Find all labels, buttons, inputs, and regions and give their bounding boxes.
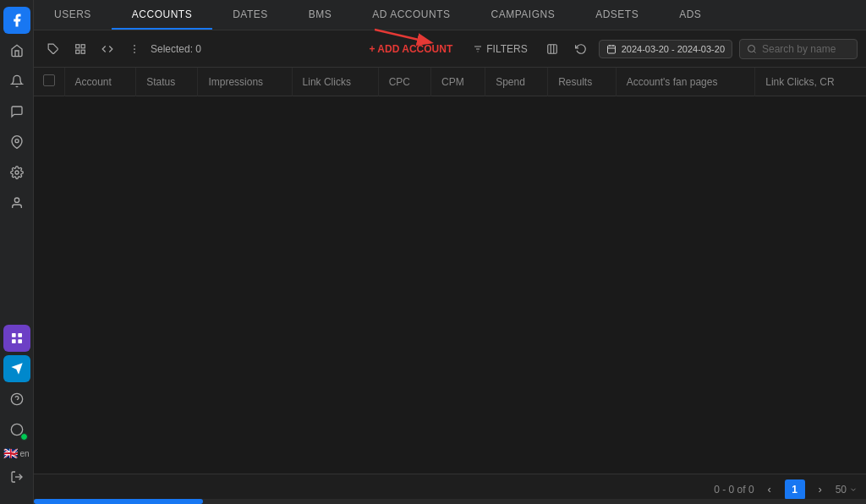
- main-content: USERS ACCOUNTS DATES BMS AD ACCOUNTS CAM…: [34, 0, 866, 504]
- scrollbar-thumb[interactable]: [34, 499, 203, 504]
- bell-icon[interactable]: [3, 68, 30, 95]
- tab-adsets[interactable]: ADSETS: [575, 0, 659, 30]
- tab-ad-accounts[interactable]: AD ACCOUNTS: [352, 0, 470, 30]
- svg-rect-14: [76, 50, 79, 53]
- accounts-table-container: Account Status Impressions Link Clicks C…: [34, 68, 866, 474]
- tab-campaigns[interactable]: CAMPAIGNS: [471, 0, 576, 30]
- svg-rect-4: [18, 333, 22, 337]
- toolbar-left: Selected: 0: [42, 38, 355, 60]
- facebook-icon[interactable]: [3, 7, 30, 34]
- select-all-checkbox[interactable]: [43, 74, 55, 86]
- tab-bms[interactable]: BMS: [288, 0, 353, 30]
- header-link-clicks: Link Clicks: [292, 68, 378, 96]
- pagination: 0 - 0 of 0 ‹ 1 › 50: [714, 479, 866, 500]
- svg-point-31: [748, 45, 755, 52]
- search-box[interactable]: Search by name: [739, 39, 858, 59]
- add-account-label: + ADD ACCOUNT: [369, 43, 452, 55]
- svg-rect-24: [547, 44, 556, 53]
- prev-page-button[interactable]: ‹: [759, 479, 780, 500]
- chevron-down-icon: [849, 485, 858, 494]
- search-icon: [747, 44, 757, 54]
- tab-ads[interactable]: ADS: [659, 0, 721, 30]
- toolbar-right: + ADD ACCOUNT FILTERS 2024-03-20 - 2024-…: [362, 38, 858, 60]
- header-status: Status: [136, 68, 198, 96]
- page-info: 0 - 0 of 0: [714, 484, 754, 496]
- help-icon[interactable]: [3, 386, 30, 413]
- calendar-icon: [606, 44, 617, 54]
- tab-users[interactable]: USERS: [34, 0, 112, 30]
- toolbar: Selected: 0 + ADD ACCOUNT: [34, 30, 866, 68]
- search-placeholder: Search by name: [762, 43, 836, 55]
- current-page[interactable]: 1: [785, 479, 805, 500]
- pin-icon[interactable]: [3, 129, 30, 156]
- sidebar: 🇬🇧 en: [0, 0, 34, 504]
- svg-rect-13: [81, 44, 85, 47]
- telegram-icon[interactable]: [3, 355, 30, 382]
- more-icon[interactable]: [123, 38, 145, 60]
- accounts-table: Account Status Impressions Link Clicks C…: [34, 68, 866, 96]
- add-account-wrapper: + ADD ACCOUNT: [362, 40, 459, 58]
- svg-point-16: [134, 45, 135, 47]
- chat-icon[interactable]: [3, 98, 30, 125]
- svg-point-1: [15, 171, 19, 174]
- columns-toggle-icon[interactable]: [541, 38, 563, 60]
- svg-point-17: [134, 48, 135, 50]
- filter-icon: [473, 44, 483, 54]
- svg-rect-15: [81, 50, 85, 53]
- svg-line-20: [375, 30, 430, 42]
- purple-app-icon[interactable]: [3, 325, 30, 352]
- selected-count: Selected: 0: [151, 43, 201, 55]
- date-range-picker[interactable]: 2024-03-20 - 2024-03-20: [599, 40, 732, 58]
- per-page-value: 50: [836, 484, 847, 496]
- header-spend: Spend: [485, 68, 548, 96]
- add-account-button[interactable]: + ADD ACCOUNT: [362, 40, 459, 58]
- header-account: Account: [64, 68, 136, 96]
- header-link-clicks-cr: Link Clicks, CR: [755, 68, 866, 96]
- svg-rect-5: [12, 339, 16, 343]
- header-impressions: Impressions: [198, 68, 292, 96]
- header-fan-pages: Account's fan pages: [616, 68, 755, 96]
- horizontal-scrollbar[interactable]: [34, 499, 866, 504]
- per-page-selector[interactable]: 50: [836, 484, 858, 496]
- svg-point-2: [14, 198, 19, 202]
- code-icon[interactable]: [96, 38, 118, 60]
- top-navigation: USERS ACCOUNTS DATES BMS AD ACCOUNTS CAM…: [34, 0, 866, 30]
- tab-accounts[interactable]: ACCOUNTS: [112, 0, 212, 30]
- home-icon[interactable]: [3, 37, 30, 64]
- svg-rect-12: [76, 44, 79, 47]
- grid-icon[interactable]: [69, 38, 91, 60]
- svg-rect-3: [12, 333, 16, 337]
- svg-point-9: [11, 424, 22, 435]
- bottom-bar: 0 - 0 of 0 ‹ 1 › 50: [34, 474, 866, 504]
- table-header-row: Account Status Impressions Link Clicks C…: [34, 68, 866, 96]
- logout-icon[interactable]: [3, 463, 30, 490]
- svg-rect-27: [607, 46, 615, 53]
- refresh-icon[interactable]: [570, 38, 592, 60]
- svg-point-18: [134, 52, 135, 53]
- header-cpm: CPM: [431, 68, 485, 96]
- user-icon[interactable]: [3, 189, 30, 216]
- next-page-button[interactable]: ›: [810, 479, 830, 500]
- header-cpc: CPC: [378, 68, 430, 96]
- filters-label: FILTERS: [486, 43, 527, 55]
- filters-button[interactable]: FILTERS: [466, 40, 534, 58]
- svg-point-0: [15, 140, 19, 143]
- tag-icon[interactable]: [42, 38, 64, 60]
- tab-dates[interactable]: DATES: [212, 0, 288, 30]
- header-checkbox-cell[interactable]: [34, 68, 64, 96]
- language-selector[interactable]: 🇬🇧 en: [3, 446, 29, 460]
- status-icon[interactable]: [3, 416, 30, 443]
- date-range-value: 2024-03-20 - 2024-03-20: [622, 44, 725, 54]
- header-results: Results: [548, 68, 617, 96]
- svg-line-32: [754, 51, 755, 52]
- svg-rect-6: [18, 339, 22, 343]
- settings-icon[interactable]: [3, 159, 30, 186]
